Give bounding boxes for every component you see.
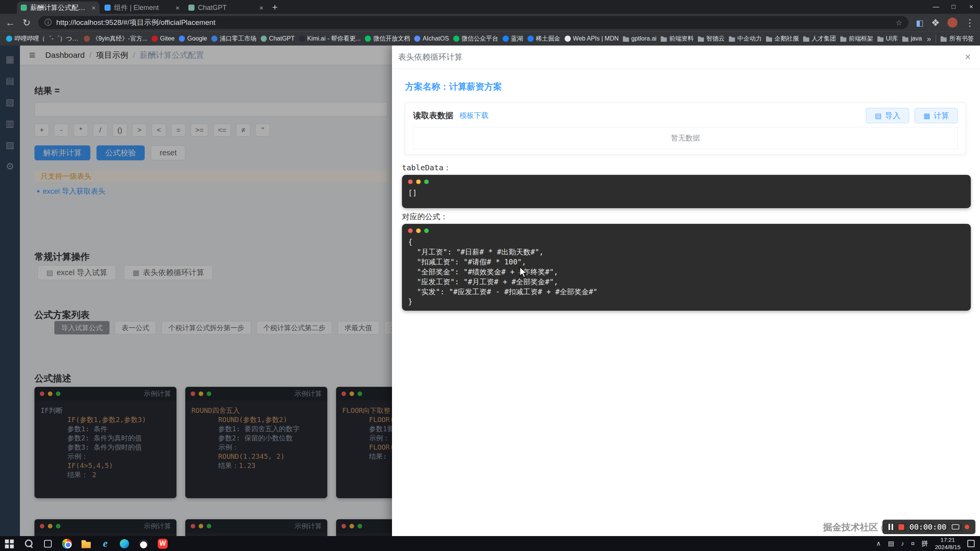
drawer-close-icon[interactable]: × [965, 52, 971, 62]
taskbar-app-icon[interactable] [3, 538, 16, 550]
taskbar-app-icon[interactable] [42, 538, 54, 550]
new-tab-button[interactable]: + [268, 2, 281, 13]
bookmark-item[interactable]: 前端框架 [840, 35, 873, 43]
bookmark-favicon [152, 36, 158, 42]
taskbar-app-icon[interactable] [61, 538, 73, 550]
tab-favicon [188, 5, 194, 11]
bookmarks-overflow-chevron[interactable]: » [927, 34, 931, 43]
taskbar-app-slot[interactable] [19, 536, 38, 551]
browser-tab[interactable]: ChatGPT × [185, 2, 267, 14]
taskbar-app-slot[interactable] [57, 536, 77, 551]
tabledata-label: tableData： [402, 163, 451, 173]
camera-icon[interactable] [952, 524, 959, 530]
bookmark-favicon [623, 36, 629, 42]
address-bar[interactable]: ⓘ http://localhost:9528/#/项目示例/officialP… [38, 16, 908, 29]
bookmark-favicon [414, 36, 420, 42]
formula-code-line: { [408, 237, 965, 247]
taskbar-app-icon[interactable] [118, 538, 131, 550]
taskbar-app-icon[interactable] [80, 538, 92, 550]
taskbar-app-slot[interactable] [115, 536, 134, 551]
bookmark-item[interactable]: 前端资料 [661, 35, 694, 43]
taskbar-app-slot[interactable] [38, 536, 57, 551]
tab-title: 薪酬计算公式配置 - 《9yin真... [30, 3, 88, 12]
taskbar-app-slot[interactable] [134, 536, 153, 551]
bookmark-item[interactable]: Gitee [152, 35, 175, 42]
bookmark-star-icon[interactable]: ☆ [896, 18, 902, 27]
bookmark-favicon [902, 36, 908, 42]
dot-green-icon [424, 179, 429, 184]
bookmark-item[interactable]: Web APIs | MDN [565, 35, 619, 42]
bookmark-item[interactable]: 微信公众平台 [453, 35, 498, 43]
bookmark-favicon [729, 36, 735, 42]
bookmark-item[interactable]: Kimi.ai - 帮你看更... [299, 35, 361, 43]
formula-label: 对应的公式： [402, 212, 448, 222]
profile-avatar[interactable] [947, 18, 957, 28]
maximize-button[interactable]: □ [945, 0, 962, 14]
bookmark-item[interactable]: 浦口零工市场 [211, 35, 256, 43]
browser-tab-active[interactable]: 薪酬计算公式配置 - 《9yin真... × [17, 2, 100, 14]
site-info-icon[interactable]: ⓘ [44, 18, 52, 28]
taskbar-app-slot[interactable] [77, 536, 96, 551]
bookmark-item[interactable]: 哔哩哔哩（゜-゜）つロ... [6, 35, 80, 43]
taskbar-app-icon[interactable] [137, 538, 150, 550]
tray-icon[interactable]: ▤ [888, 540, 894, 548]
bookmark-item[interactable]: 人才集团 [803, 35, 836, 43]
bookmark-item[interactable]: UI库 [877, 35, 898, 43]
bookmark-item[interactable]: Google [179, 35, 207, 42]
taskbar-app-slot[interactable] [0, 536, 19, 551]
bookmark-item[interactable]: 企鹅社服 [766, 35, 799, 43]
bookmark-item[interactable]: 稀土掘金 [528, 35, 560, 43]
dot-yellow-icon [416, 228, 421, 233]
bookmark-item[interactable]: 《9yin真经》-官方... [84, 35, 147, 43]
bookmark-favicon [365, 36, 371, 42]
taskbar-clock[interactable]: 17:21 2024/8/15 [935, 536, 960, 551]
all-bookmarks-button[interactable]: 所有书签 [941, 35, 974, 43]
taskbar-app-slot[interactable] [96, 536, 115, 551]
import-button[interactable]: ▤ 导入 [866, 108, 909, 123]
extensions-icon[interactable]: ❖ [931, 18, 940, 28]
bookmark-item[interactable]: AIchatOS [414, 35, 449, 42]
drawer-title: 表头依赖循环计算 [398, 52, 462, 62]
notification-center-icon[interactable] [967, 540, 975, 547]
calculate-button[interactable]: ▦ 计算 [915, 108, 958, 123]
tray-icon[interactable]: ♪ [901, 540, 904, 548]
taskbar-app-slot[interactable] [153, 536, 172, 551]
refresh-icon[interactable]: ↻ [23, 18, 31, 28]
bookmark-label: Gitee [160, 35, 175, 42]
menu-icon[interactable]: ⋮ [965, 18, 975, 28]
bookmark-favicon [698, 36, 704, 42]
bookmark-favicon [877, 36, 884, 42]
template-download-link[interactable]: 模板下载 [459, 111, 488, 121]
bookmark-item[interactable]: 中企动力 [729, 35, 762, 43]
tab-close-icon[interactable]: × [259, 4, 263, 11]
bookmark-item[interactable]: 智德云 [698, 35, 725, 43]
bookmark-item[interactable]: 蓝湖 [503, 35, 523, 43]
bookmark-item[interactable]: javascript 库 [902, 35, 922, 43]
bookmark-item[interactable]: ChatGPT [261, 35, 295, 42]
bookmark-item[interactable]: gptlora.ai [623, 35, 657, 42]
stop-icon[interactable] [898, 524, 904, 530]
side-panel-icon[interactable]: ◧ [916, 19, 924, 27]
minimize-button[interactable]: — [927, 0, 945, 14]
taskbar-app-icon[interactable] [157, 538, 169, 550]
bookmark-favicon [503, 36, 509, 42]
system-tray: ∧ ▤ ♪ ¤ 拼 17:21 2024/8/15 [876, 536, 980, 551]
bookmark-label: javascript 库 [911, 35, 922, 43]
tabledata-value: [] [408, 188, 965, 198]
dot-yellow-icon [416, 179, 421, 184]
tray-icon[interactable]: ∧ [876, 540, 881, 548]
ime-indicator[interactable]: 拼 [921, 539, 928, 548]
close-button[interactable]: × [962, 0, 980, 14]
tab-close-icon[interactable]: × [175, 4, 180, 11]
tray-icon[interactable]: ¤ [911, 540, 915, 548]
bookmark-list: 哔哩哔哩（゜-゜）つロ... 《9yin真经》-官方... Gitee Goog… [6, 35, 922, 43]
bookmark-favicon [179, 36, 185, 42]
tab-close-icon[interactable]: × [91, 4, 96, 11]
pause-icon[interactable] [889, 524, 893, 530]
taskbar-app-icon[interactable] [99, 538, 111, 550]
back-icon[interactable]: ← [5, 18, 15, 28]
windows-taskbar: ∧ ▤ ♪ ¤ 拼 17:21 2024/8/15 [0, 536, 980, 551]
browser-tab[interactable]: 组件 | Element × [101, 2, 183, 14]
bookmark-item[interactable]: 微信开放文档 [365, 35, 410, 43]
taskbar-app-icon[interactable] [23, 538, 35, 550]
